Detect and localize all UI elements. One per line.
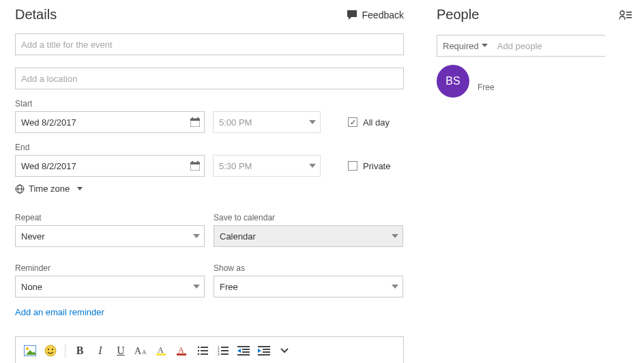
more-formatting-button[interactable] — [276, 342, 293, 360]
end-date-value: Wed 8/2/2017 — [21, 161, 76, 171]
svg-marker-11 — [309, 164, 316, 168]
end-time-value: 5:30 PM — [219, 161, 252, 171]
svg-rect-31 — [177, 353, 186, 355]
svg-rect-46 — [242, 351, 250, 353]
svg-rect-29 — [156, 353, 166, 355]
start-time-input[interactable]: 5:00 PM — [213, 111, 321, 133]
svg-rect-45 — [242, 349, 250, 350]
font-color-icon: A — [177, 345, 188, 356]
add-email-reminder-link[interactable]: Add an email reminder — [15, 307, 104, 317]
svg-marker-22 — [26, 350, 36, 355]
end-time-input[interactable]: 5:30 PM — [213, 155, 321, 177]
person-list-icon — [619, 10, 632, 20]
svg-rect-52 — [258, 354, 270, 355]
allday-checkbox[interactable] — [348, 117, 357, 127]
bold-button[interactable]: B — [71, 342, 89, 360]
svg-marker-1 — [349, 17, 351, 20]
organizer-status: Free — [478, 83, 495, 92]
svg-point-32 — [198, 346, 200, 348]
save-to-select[interactable]: Calendar — [214, 225, 403, 247]
outdent-button[interactable] — [235, 342, 252, 360]
showas-value: Free — [220, 282, 238, 292]
svg-text:A: A — [178, 345, 184, 355]
end-label: End — [15, 143, 404, 152]
attendee-type-dropdown[interactable]: Required — [437, 35, 493, 56]
details-heading: Details — [15, 7, 57, 23]
emoji-icon — [44, 345, 57, 357]
save-to-value: Calendar — [220, 231, 256, 242]
chevron-down-icon — [482, 44, 488, 48]
font-size-icon: AA — [134, 346, 148, 355]
svg-point-23 — [45, 345, 56, 356]
editor-toolbar: B I U AA A A 123 — [15, 336, 404, 363]
svg-rect-4 — [192, 117, 193, 119]
indent-button[interactable] — [255, 342, 273, 360]
feedback-button[interactable]: Feedback — [347, 10, 404, 20]
svg-rect-37 — [201, 353, 208, 355]
font-color-button[interactable]: A — [173, 342, 191, 360]
svg-rect-44 — [237, 346, 250, 347]
toolbar-divider — [65, 344, 65, 358]
svg-text:A: A — [134, 346, 142, 355]
svg-rect-43 — [221, 353, 229, 355]
chevron-down-icon — [392, 285, 398, 289]
calendar-icon — [190, 117, 200, 127]
svg-rect-57 — [626, 17, 632, 18]
svg-point-24 — [48, 348, 49, 349]
chevron-down-icon — [280, 348, 289, 353]
numbered-list-icon: 123 — [218, 346, 229, 355]
calendar-icon — [190, 161, 200, 171]
svg-marker-15 — [77, 187, 83, 190]
start-time-value: 5:00 PM — [219, 117, 252, 128]
timezone-toggle[interactable]: Time zone — [15, 184, 404, 194]
add-people-field[interactable]: Required — [437, 35, 605, 57]
save-to-label: Save to calendar — [214, 213, 404, 222]
insert-emoji-button[interactable] — [42, 342, 59, 360]
showas-select[interactable]: Free — [214, 276, 403, 297]
svg-marker-16 — [193, 234, 200, 238]
bullet-list-icon — [197, 346, 208, 355]
end-date-input[interactable]: Wed 8/2/2017 — [15, 155, 205, 177]
people-heading: People — [437, 7, 479, 23]
feedback-label: Feedback — [362, 10, 404, 20]
svg-rect-33 — [201, 347, 208, 348]
private-checkbox[interactable] — [348, 161, 357, 171]
svg-rect-35 — [201, 350, 208, 351]
highlight-button[interactable]: A — [153, 342, 171, 360]
organizer-avatar[interactable]: BS — [437, 65, 469, 98]
chevron-down-icon — [309, 120, 316, 124]
svg-point-21 — [26, 347, 29, 350]
svg-marker-17 — [392, 234, 398, 238]
svg-rect-56 — [626, 14, 632, 16]
svg-rect-9 — [192, 161, 193, 163]
event-location-input[interactable] — [15, 68, 404, 89]
underline-button[interactable]: U — [112, 342, 130, 360]
chevron-down-icon — [76, 187, 83, 191]
add-people-input[interactable] — [493, 35, 616, 56]
event-title-input[interactable] — [15, 33, 404, 55]
people-list-icon-button[interactable] — [619, 10, 632, 20]
svg-rect-5 — [197, 117, 199, 119]
italic-button[interactable]: I — [91, 342, 109, 360]
svg-point-36 — [198, 353, 200, 355]
svg-marker-58 — [482, 44, 488, 47]
svg-rect-10 — [197, 161, 199, 163]
repeat-select[interactable]: Never — [15, 225, 205, 247]
bullet-list-button[interactable] — [194, 342, 211, 360]
svg-point-54 — [620, 11, 624, 15]
numbered-list-button[interactable]: 123 — [214, 342, 232, 360]
font-size-button[interactable]: AA — [132, 342, 150, 360]
start-date-input[interactable]: Wed 8/2/2017 — [15, 111, 205, 133]
insert-image-button[interactable] — [21, 342, 39, 360]
allday-label: All day — [363, 117, 390, 128]
reminder-select[interactable]: None — [15, 276, 205, 297]
feedback-icon — [347, 10, 358, 20]
svg-text:A: A — [142, 349, 147, 355]
svg-rect-50 — [263, 349, 270, 350]
showas-label: Show as — [214, 263, 404, 273]
svg-marker-6 — [309, 120, 316, 124]
svg-rect-55 — [626, 12, 632, 13]
outdent-icon — [237, 346, 250, 355]
reminder-label: Reminder — [15, 263, 205, 273]
svg-rect-51 — [263, 351, 270, 353]
